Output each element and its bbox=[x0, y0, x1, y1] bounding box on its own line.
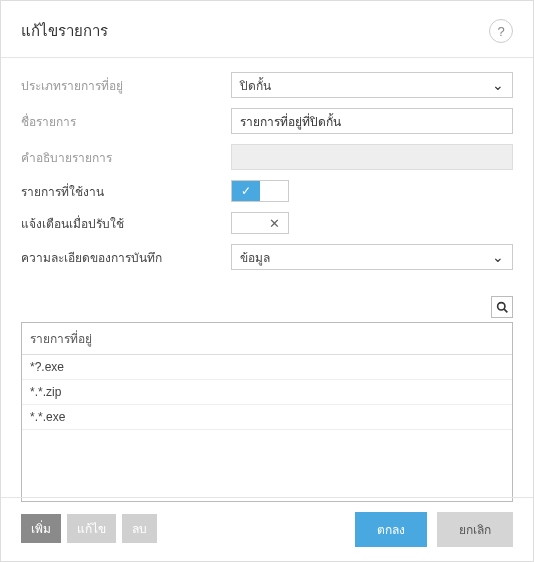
desc-label: คำอธิบายรายการ bbox=[21, 148, 231, 167]
list-box: รายการที่อยู่ *?.exe *.*.zip *.*.exe bbox=[21, 322, 513, 502]
notify-toggle[interactable]: ✕ bbox=[231, 212, 289, 234]
list-item[interactable]: *.*.zip bbox=[22, 380, 512, 405]
type-value: ปิดกั้น bbox=[240, 76, 271, 95]
cancel-button[interactable]: ยกเลิก bbox=[437, 512, 513, 547]
svg-point-0 bbox=[497, 302, 504, 309]
list-item[interactable]: *.*.exe bbox=[22, 405, 512, 430]
severity-value: ข้อมูล bbox=[240, 248, 270, 267]
list-item[interactable]: *?.exe bbox=[22, 355, 512, 380]
page-title: แก้ไขรายการ bbox=[21, 19, 108, 43]
used-toggle[interactable]: ✓ bbox=[231, 180, 289, 202]
svg-line-1 bbox=[504, 309, 507, 312]
name-input[interactable] bbox=[231, 108, 513, 134]
help-icon[interactable]: ? bbox=[489, 19, 513, 43]
used-label: รายการที่ใช้งาน bbox=[21, 182, 231, 201]
desc-input[interactable] bbox=[231, 144, 513, 170]
chevron-down-icon: ⌄ bbox=[492, 249, 504, 265]
ok-button[interactable]: ตกลง bbox=[355, 512, 427, 547]
list-header[interactable]: รายการที่อยู่ bbox=[22, 323, 512, 355]
check-icon: ✓ bbox=[232, 181, 260, 201]
type-select[interactable]: ปิดกั้น ⌄ bbox=[231, 72, 513, 98]
type-label: ประเภทรายการที่อยู่ bbox=[21, 76, 231, 95]
name-label: ชื่อรายการ bbox=[21, 112, 231, 131]
severity-label: ความละเอียดของการบันทึก bbox=[21, 248, 231, 267]
notify-label: แจ้งเตือนเมื่อปรับใช้ bbox=[21, 214, 231, 233]
chevron-down-icon: ⌄ bbox=[492, 77, 504, 93]
severity-select[interactable]: ข้อมูล ⌄ bbox=[231, 244, 513, 270]
search-icon bbox=[496, 301, 509, 314]
close-icon: ✕ bbox=[260, 213, 288, 233]
search-button[interactable] bbox=[491, 296, 513, 318]
